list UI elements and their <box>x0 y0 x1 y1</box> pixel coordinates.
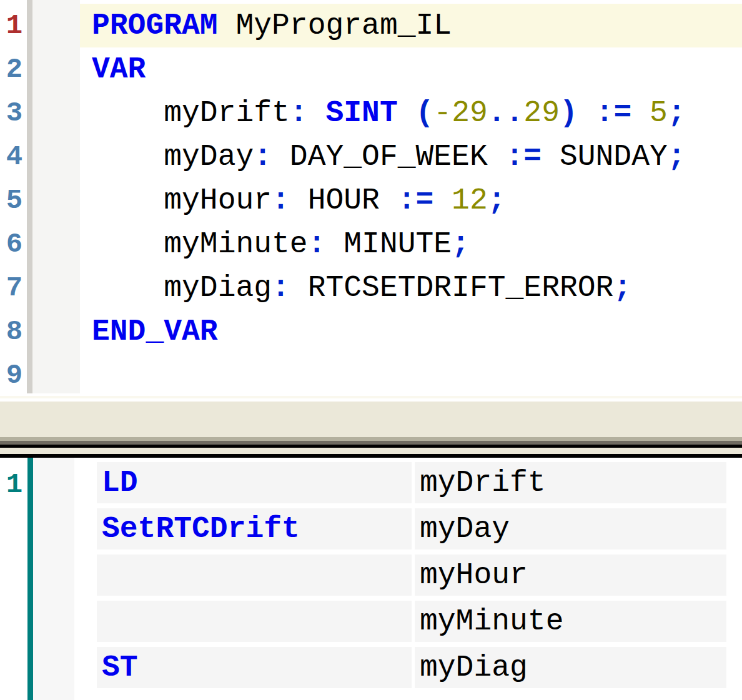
token-id: MINUTE <box>325 227 452 261</box>
declaration-line-7[interactable]: myDiag: RTCSETDRIFT_ERROR; <box>80 266 742 310</box>
token-id: RTCSETDRIFT_ERROR <box>290 271 613 305</box>
token-pn: ; <box>668 140 686 174</box>
token-pn: ; <box>488 184 506 217</box>
il-operator-cell-4[interactable] <box>97 601 412 642</box>
token-id: HOUR <box>290 184 398 217</box>
impl-breakpoint-margin[interactable] <box>33 458 74 700</box>
declaration-line-8[interactable]: END_VAR <box>80 310 742 353</box>
token-pn: : <box>290 96 308 130</box>
il-operand-cell-2[interactable]: myDay <box>415 508 726 550</box>
line-number-6: 6 <box>0 222 29 266</box>
line-number-3: 3 <box>0 91 29 135</box>
token-id: myDiag <box>164 271 272 305</box>
il-operator-cell-3[interactable] <box>97 555 412 596</box>
line-number-2: 2 <box>0 47 29 91</box>
token-kw: VAR <box>92 52 146 86</box>
token-id <box>631 96 650 130</box>
il-operand-cell-5[interactable]: myDiag <box>415 647 726 688</box>
token-id: DAY_OF_WEEK <box>272 140 505 174</box>
splitter-bar[interactable] <box>0 402 742 437</box>
token-id <box>308 96 326 130</box>
il-operand-cell-3[interactable]: myHour <box>415 555 726 596</box>
il-operator-cell-1[interactable]: LD <box>97 462 412 503</box>
token-nm: 5 <box>650 96 668 130</box>
token-pn: ; <box>668 96 686 130</box>
token-nm: -29 <box>433 96 487 130</box>
line-number-7: 7 <box>0 266 29 310</box>
token-id: myHour <box>164 184 272 217</box>
breakpoint-margin[interactable] <box>32 0 80 393</box>
token-pn: := <box>596 96 632 130</box>
token-nm: 12 <box>452 184 488 217</box>
token-kw: END_VAR <box>92 315 218 348</box>
token-id: myDrift <box>164 96 290 130</box>
token-pn: : <box>272 271 290 305</box>
token-pn: .. <box>488 96 524 130</box>
line-number-1: 1 <box>0 4 29 47</box>
token-id: myDay <box>164 140 254 174</box>
token-id <box>433 184 452 217</box>
il-operand-cell-1[interactable]: myDrift <box>415 462 726 503</box>
token-id: SUNDAY <box>542 140 668 174</box>
token-pn: ; <box>613 271 631 305</box>
token-nm: 29 <box>523 96 560 130</box>
declaration-line-2[interactable]: VAR <box>80 47 742 91</box>
il-editor-window: 123456789 PROGRAM MyProgram_ILVARmyDrift… <box>0 0 742 700</box>
token-id: MyProgram_IL <box>218 9 452 42</box>
token-pn: : <box>254 140 272 174</box>
token-pn: : <box>308 227 326 261</box>
declaration-editor[interactable]: 123456789 PROGRAM MyProgram_ILVARmyDrift… <box>0 0 742 393</box>
line-number-4: 4 <box>0 135 29 179</box>
il-operator-cell-2[interactable]: SetRTCDrift <box>97 508 412 550</box>
token-pn: ( <box>416 96 434 130</box>
line-number-8: 8 <box>0 310 29 353</box>
declaration-line-3[interactable]: myDrift: SINT (-29..29) := 5; <box>80 91 742 135</box>
line-number-9: 9 <box>0 353 29 397</box>
declaration-line-9[interactable] <box>80 353 742 397</box>
splitter-highlight-line <box>0 396 742 398</box>
declaration-line-1[interactable]: PROGRAM MyProgram_IL <box>80 4 742 47</box>
line-number-5: 5 <box>0 179 29 222</box>
token-id: myMinute <box>164 227 307 261</box>
declaration-line-5[interactable]: myHour: HOUR := 12; <box>80 179 742 222</box>
declaration-line-4[interactable]: myDay: DAY_OF_WEEK := SUNDAY; <box>80 135 742 179</box>
impl-line-number-1: 1 <box>0 463 29 506</box>
splitter-inner-strip <box>0 448 742 454</box>
token-kw: SINT <box>325 96 397 130</box>
implementation-editor[interactable]: LDmyDriftSetRTCDriftmyDaymyHourmyMinuteS… <box>0 458 742 700</box>
declaration-line-6[interactable]: myMinute: MINUTE; <box>80 222 742 266</box>
token-pn: := <box>398 184 434 217</box>
il-operator-cell-5[interactable]: ST <box>97 647 412 688</box>
token-id <box>578 96 596 130</box>
il-operand-cell-4[interactable]: myMinute <box>415 601 726 642</box>
token-pn: ) <box>560 96 578 130</box>
token-pn: := <box>506 140 542 174</box>
token-kw: PROGRAM <box>92 9 218 42</box>
token-pn: : <box>272 184 290 217</box>
token-id <box>398 96 416 130</box>
token-pn: ; <box>452 227 470 261</box>
